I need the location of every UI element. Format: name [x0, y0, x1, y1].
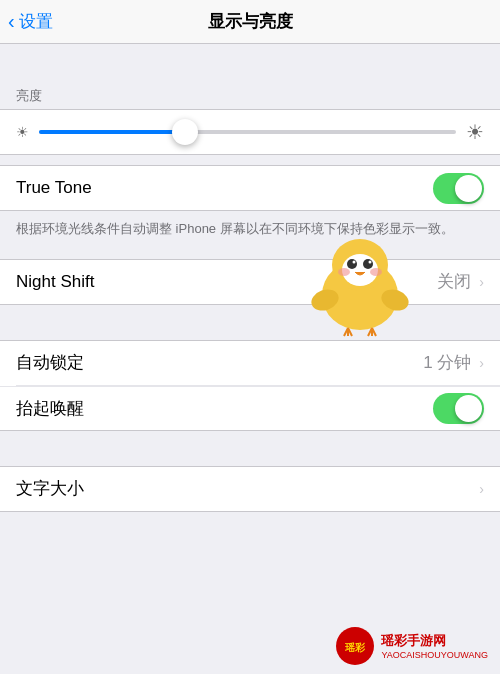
auto-lock-chevron-icon: › — [479, 355, 484, 371]
raise-to-wake-label: 抬起唤醒 — [16, 397, 433, 420]
raise-to-wake-toggle[interactable] — [433, 393, 484, 424]
watermark-url: YAOCAISHOUYOUWANG — [381, 650, 488, 660]
slider-fill — [39, 130, 185, 134]
auto-lock-row[interactable]: 自动锁定 1 分钟 › — [0, 341, 500, 385]
text-size-card: 文字大小 › — [0, 467, 500, 511]
svg-point-11 — [336, 627, 374, 665]
back-label: 设置 — [19, 10, 53, 33]
true-tone-label: True Tone — [16, 178, 433, 198]
night-shift-section: Night Shift 关闭 › — [0, 259, 500, 305]
brightness-slider[interactable] — [39, 130, 456, 134]
true-tone-toggle[interactable] — [433, 173, 484, 204]
slider-thumb[interactable] — [172, 119, 198, 145]
true-tone-card: True Tone — [0, 166, 500, 210]
true-tone-description: 根据环境光线条件自动调整 iPhone 屏幕以在不同环境下保持色彩显示一致。 — [0, 211, 500, 249]
watermark-text: 瑶彩手游网 YAOCAISHOUYOUWANG — [381, 632, 488, 660]
night-shift-chevron-icon: › — [479, 274, 484, 290]
brightness-card: ☀ ☀ — [0, 109, 500, 155]
auto-lock-value: 1 分钟 — [423, 351, 471, 374]
text-section-bottom — [0, 511, 500, 512]
back-chevron-icon: ‹ — [8, 10, 15, 33]
section-divider-2 — [0, 431, 500, 466]
navigation-bar: ‹ 设置 显示与亮度 — [0, 0, 500, 44]
page-title: 显示与亮度 — [208, 10, 293, 33]
lock-raise-card: 自动锁定 1 分钟 › 抬起唤醒 — [0, 341, 500, 430]
brightness-low-icon: ☀ — [16, 124, 29, 140]
night-shift-label: Night Shift — [16, 272, 437, 292]
brightness-row[interactable]: ☀ ☀ — [0, 110, 500, 154]
raise-to-wake-knob — [455, 395, 482, 422]
watermark: 瑶彩 瑶彩手游网 YAOCAISHOUYOUWANG — [0, 554, 500, 674]
true-tone-row[interactable]: True Tone — [0, 166, 500, 210]
raise-to-wake-row[interactable]: 抬起唤醒 — [0, 386, 500, 430]
auto-lock-label: 自动锁定 — [16, 351, 423, 374]
section-divider — [0, 305, 500, 340]
svg-text:瑶彩: 瑶彩 — [344, 642, 366, 653]
brightness-label: 亮度 — [0, 79, 500, 109]
watermark-site: 瑶彩手游网 — [381, 632, 488, 650]
brightness-high-icon: ☀ — [466, 120, 484, 144]
text-size-row[interactable]: 文字大小 › — [0, 467, 500, 511]
text-size-chevron-icon: › — [479, 481, 484, 497]
night-shift-row[interactable]: Night Shift 关闭 › — [0, 260, 500, 304]
true-tone-knob — [455, 175, 482, 202]
night-shift-value: 关闭 — [437, 270, 471, 293]
back-button[interactable]: ‹ 设置 — [8, 10, 53, 33]
text-size-label: 文字大小 — [16, 477, 479, 500]
watermark-content: 瑶彩 瑶彩手游网 YAOCAISHOUYOUWANG — [323, 618, 500, 674]
gap-after-brightness — [0, 155, 500, 165]
gap-before-night-shift — [0, 249, 500, 259]
top-gap — [0, 44, 500, 79]
watermark-logo-icon: 瑶彩 — [335, 626, 375, 666]
description-text: 根据环境光线条件自动调整 iPhone 屏幕以在不同环境下保持色彩显示一致。 — [16, 221, 454, 236]
